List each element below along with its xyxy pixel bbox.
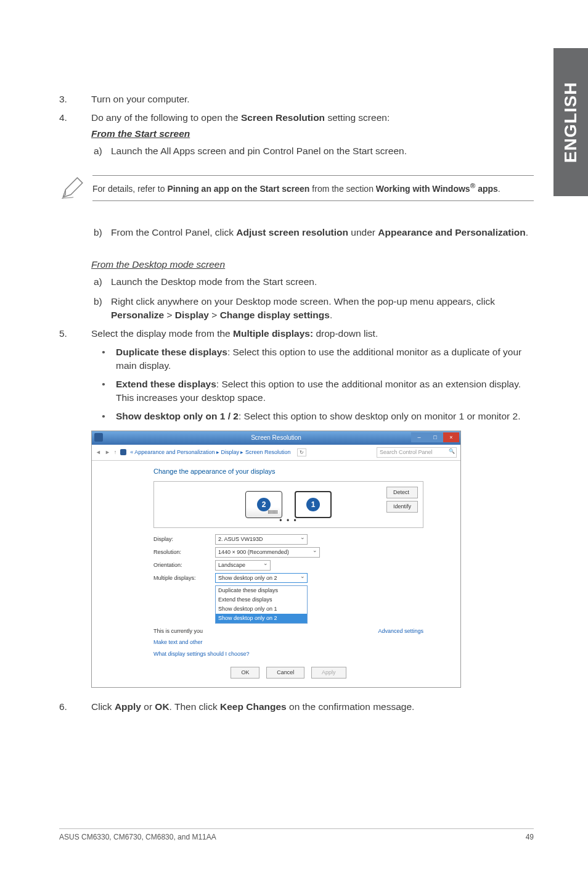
- breadcrumb[interactable]: « Appearance and Personalization ▸ Displ…: [130, 448, 290, 456]
- monitor-badge: 1: [306, 498, 320, 511]
- step-body: Select the display mode from the Multipl…: [91, 327, 534, 423]
- multiple-displays-dropdown[interactable]: Duplicate these displays Extend these di…: [215, 585, 308, 623]
- dropdown-option[interactable]: Extend these displays: [216, 595, 307, 604]
- select-orientation[interactable]: Landscape: [215, 560, 271, 571]
- page-content: 3. Turn on your computer. 4. Do any of t…: [59, 93, 534, 719]
- preview-dots: • • •: [279, 516, 297, 526]
- address-bar: ◄ ► ↑ « Appearance and Personalization ▸…: [92, 445, 460, 461]
- screen-resolution-window: Screen Resolution – □ × ◄ ► ↑ « Appearan…: [91, 431, 461, 688]
- substep-text: Launch the All Apps screen and pin Contr…: [111, 144, 407, 158]
- step-num: 6.: [59, 700, 91, 714]
- window-title: Screen Resolution: [251, 434, 301, 442]
- text: drop-down list.: [313, 328, 378, 339]
- ok-button[interactable]: OK: [231, 667, 259, 679]
- text: Do any of the following to open the: [91, 112, 241, 123]
- window-body: Change the appearance of your displays D…: [92, 461, 460, 687]
- text-bold: Show desktop only on 1 / 2: [116, 411, 239, 421]
- row-multiple-displays: Multiple displays: Show desktop only on …: [153, 573, 423, 584]
- step-body: Turn on your computer.: [91, 93, 534, 106]
- row-display: Display: 2. ASUS VW193D: [153, 534, 423, 545]
- text-bold: Multiple displays:: [233, 328, 313, 339]
- make-text-link[interactable]: Make text and other: [153, 639, 203, 645]
- dialog-button-row: OK Cancel Apply: [153, 667, 423, 679]
- text: Select the display mode from the: [91, 328, 233, 339]
- bullet-icon: •: [91, 410, 116, 423]
- detect-button[interactable]: Detect: [386, 487, 418, 498]
- note-block: For details, refer to Pinning an app on …: [59, 175, 534, 205]
- text-bold: Screen Resolution: [241, 112, 325, 123]
- dropdown-option[interactable]: Duplicate these displays: [216, 586, 307, 595]
- row-resolution: Resolution: 1440 × 900 (Recommended): [153, 547, 423, 558]
- text-bold: Pinning an app on the Start screen: [167, 184, 309, 194]
- bullet-icon: •: [91, 377, 116, 405]
- text: .: [330, 310, 332, 320]
- select-display[interactable]: 2. ASUS VW193D: [215, 534, 308, 545]
- text-bold: OK: [155, 701, 169, 712]
- monitor-2[interactable]: 2: [245, 491, 282, 518]
- subheading-text: From the Desktop mode screen: [91, 259, 225, 270]
- step-num: 3.: [59, 93, 91, 106]
- maximize-button[interactable]: □: [427, 432, 443, 442]
- location-icon: [120, 449, 126, 455]
- pencil-icon: [59, 175, 92, 205]
- step-body: Do any of the following to open the Scre…: [91, 111, 534, 158]
- step-num: 5.: [59, 327, 91, 423]
- step-5: 5. Select the display mode from the Mult…: [59, 327, 534, 423]
- text: Right click anywhere on your Desktop mod…: [111, 296, 495, 307]
- dropdown-option-selected[interactable]: Show desktop only on 2: [216, 614, 307, 623]
- text: or: [141, 701, 155, 712]
- nav-up-icon[interactable]: ↑: [114, 448, 117, 456]
- step-body: Click Apply or OK. Then click Keep Chang…: [91, 700, 534, 714]
- text: From the Control Panel, click: [111, 227, 236, 237]
- minimize-button[interactable]: –: [411, 432, 427, 442]
- subheading-from-desktop: From the Desktop mode screen: [91, 258, 534, 271]
- substep-text: Launch the Desktop mode from the Start s…: [111, 275, 317, 289]
- text-bold: Extend these displays: [116, 379, 216, 389]
- text: setting screen:: [325, 112, 390, 123]
- bullet-duplicate: • Duplicate these displays: Select this …: [91, 345, 534, 373]
- text-bold: Personalize: [111, 310, 164, 320]
- text: from the section: [309, 184, 375, 194]
- identify-button[interactable]: Identify: [386, 501, 418, 513]
- close-button[interactable]: ×: [443, 432, 459, 442]
- text: . Then click: [169, 701, 220, 712]
- window-icon: [94, 433, 103, 442]
- text: : Select this option to show desktop onl…: [239, 411, 521, 421]
- links-row-3: What display settings should I choose?: [153, 650, 423, 658]
- advanced-settings-link[interactable]: Advanced settings: [378, 627, 423, 635]
- bullet-text: Show desktop only on 1 / 2: Select this …: [116, 410, 520, 423]
- subheading-from-start: From the Start screen: [91, 127, 534, 141]
- cancel-button[interactable]: Cancel: [266, 667, 304, 679]
- display-preview[interactable]: Detect Identify 2 1 • • •: [153, 481, 423, 528]
- step-4-cont: b) From the Control Panel, click Adjust …: [59, 222, 534, 322]
- monitor-badge: 2: [257, 498, 271, 511]
- substep-4da: a) Launch the Desktop mode from the Star…: [91, 275, 534, 289]
- select-multiple-displays[interactable]: Show desktop only on 2: [215, 573, 308, 584]
- refresh-icon[interactable]: ↻: [297, 448, 306, 456]
- titlebar[interactable]: Screen Resolution – □ ×: [92, 431, 460, 445]
- footer-left: ASUS CM6330, CM6730, CM6830, and M11AA: [59, 833, 216, 841]
- apply-button[interactable]: Apply: [311, 667, 346, 679]
- text: Click: [91, 701, 115, 712]
- text-bold: Display: [175, 310, 209, 320]
- text-bold: Appearance and Personalization: [378, 227, 525, 237]
- text: under: [348, 227, 378, 237]
- substep-4db: b) Right click anywhere on your Desktop …: [91, 295, 534, 322]
- select-resolution[interactable]: 1440 × 900 (Recommended): [215, 547, 320, 558]
- text-bold: Duplicate these displays: [116, 347, 227, 357]
- step-body: b) From the Control Panel, click Adjust …: [91, 222, 534, 322]
- nav-back-icon[interactable]: ◄: [96, 448, 101, 456]
- search-input[interactable]: Search Control Panel: [377, 447, 457, 458]
- what-settings-link[interactable]: What display settings should I choose?: [153, 651, 250, 657]
- substep-label: a): [91, 144, 111, 158]
- dropdown-option[interactable]: Show desktop only on 1: [216, 604, 307, 614]
- text-bold: Change display settings: [220, 310, 330, 320]
- text-bold: Apply: [115, 701, 141, 712]
- bullet-show-only: • Show desktop only on 1 / 2: Select thi…: [91, 410, 534, 423]
- nav-forward-icon[interactable]: ►: [105, 448, 110, 456]
- monitor-1[interactable]: 1: [295, 491, 332, 518]
- text-truncated: This is currently you: [153, 628, 203, 634]
- text-bold: Adjust screen resolution: [236, 227, 348, 237]
- text: For details, refer to: [92, 184, 167, 194]
- substep-label: a): [91, 275, 111, 289]
